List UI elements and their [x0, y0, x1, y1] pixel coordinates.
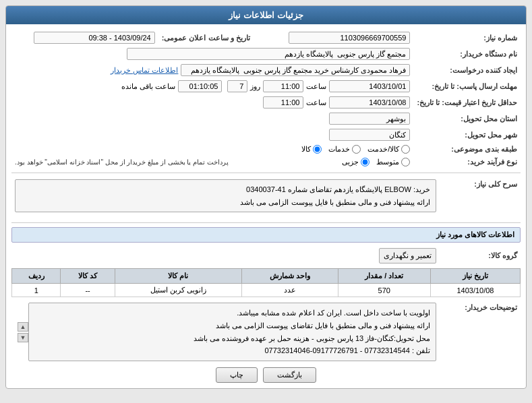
group-kala-value: تعمیر و نگهداری [379, 248, 436, 264]
saet-label-2: ساعت [306, 98, 326, 107]
bottom-buttons: بازگشت چاپ [11, 367, 521, 383]
scroll-control[interactable]: ▲ ▼ [18, 303, 28, 361]
bazgasht-button[interactable]: بازگشت [263, 367, 316, 383]
radio-motovaset[interactable]: متوسط [376, 158, 410, 166]
ostan-input[interactable] [329, 113, 410, 125]
jadval-label: حداقل تاریخ اعتبار قیمت: تا تاریخ: [413, 94, 521, 111]
shahr-input[interactable] [329, 129, 410, 141]
sarh-koli-content: خرید: ELBOW پالایشگاه یازدهم تقاضای شمار… [15, 179, 436, 212]
ijad-label: ایجاد کننده درخواست: [413, 62, 521, 78]
jadval-time-input[interactable] [263, 96, 303, 108]
shomara-niaz-label: شماره نیاز: [413, 30, 521, 46]
scroll-up-button[interactable]: ▲ [18, 322, 28, 332]
page-title: جزئیات اطلاعات نیاز [229, 10, 303, 20]
baqi-mande-text: ساعت باقی مانده [121, 82, 175, 91]
col-naam-kala: نام کالا [115, 269, 241, 284]
naam-dastgah-label: نام دستگاه خریدار: [413, 46, 521, 62]
panel-header: جزئیات اطلاعات نیاز [6, 6, 526, 24]
tabaqe-label: طبقه بندی موضوعی: [413, 143, 521, 156]
kala-table: تاریخ نیاز تعداد / مقدار واحد شمارش نام … [11, 268, 521, 297]
ostan-label: استان محل تحویل: [413, 111, 521, 127]
pardakht-text: پرداخت تمام یا بخشی از مبلغ خریدار از مح… [15, 158, 229, 166]
naam-dastgah-input[interactable] [127, 48, 410, 60]
mohlat-time-input[interactable] [263, 80, 303, 92]
mohlat-label: مهلت ارسال پاسب: تا تاریخ: [413, 78, 521, 94]
shahr-label: شهر محل تحویل: [413, 127, 521, 143]
sarh-koli-label: سرح کلی نیاز: [440, 177, 521, 218]
radio-kala-khadamat[interactable]: کالا/خدمت [367, 145, 410, 154]
jadval-date-input[interactable] [329, 96, 410, 108]
radio-kala[interactable]: کالا [301, 145, 322, 154]
shomara-niaz-input[interactable] [289, 32, 410, 44]
tarikh-saet-input[interactable] [34, 32, 155, 44]
roz-input[interactable] [227, 80, 247, 92]
col-code-kala: کد کالا [61, 269, 115, 284]
saet-label-1: ساعت [306, 82, 326, 91]
ijalat-tamas-link[interactable]: اطلاعات تماس خریدار [111, 66, 178, 75]
chap-button[interactable]: چاپ [216, 367, 258, 383]
col-tarikh: تاریخ نیاز [430, 269, 520, 284]
baqi-mande-input[interactable] [178, 80, 222, 92]
col-tedad: تعداد / مقدار [338, 269, 430, 284]
tozi-kharidar-content: اولویت با ساخت داخل است. ایران کد اعلام … [28, 303, 436, 361]
nav-label: نوع فرآیند خرید: [413, 156, 521, 168]
col-radif: ردیف [12, 269, 61, 284]
mohlat-date-input[interactable] [329, 80, 410, 92]
tarikh-saet-label: تاریخ و ساعت اعلان عمومی: [158, 30, 254, 46]
tozi-kharidar-label: توضیحات خریدار: [440, 301, 521, 363]
radio-jazyi[interactable]: جزیی [342, 158, 370, 166]
table-row: 1403/10/08570عددزانویی کربن استیل--1 [12, 284, 521, 297]
group-kala-label: گروه کالا: [440, 246, 521, 266]
scroll-down-button[interactable]: ▼ [18, 333, 28, 342]
ijad-input[interactable] [181, 64, 410, 76]
ettelaat-section-title: اطلاعات کالاهای مورد نیاز [11, 227, 521, 243]
roz-label: روز [250, 82, 260, 91]
col-vahed: واحد شمارش [241, 269, 338, 284]
radio-khadamat[interactable]: خدمات [328, 145, 361, 154]
